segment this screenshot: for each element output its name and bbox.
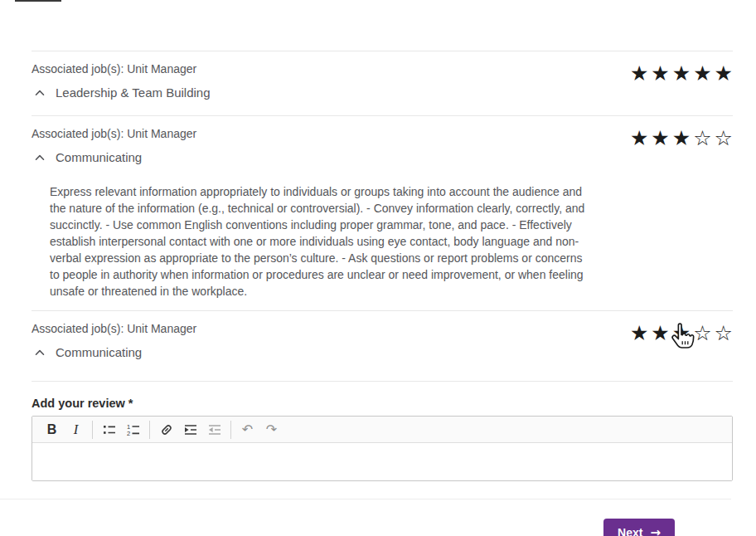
review-text-input[interactable] xyxy=(32,443,732,480)
increase-indent-button[interactable] xyxy=(178,419,202,441)
associated-jobs-line: Associated job(s): Unit Manager xyxy=(32,127,630,141)
associated-jobs-value: Unit Manager xyxy=(127,62,196,76)
toolbar-separator xyxy=(149,421,150,439)
toolbar-separator xyxy=(92,421,93,439)
competency-toggle-communicating[interactable]: Communicating xyxy=(32,343,630,367)
top-edge-marker xyxy=(15,0,61,2)
decrease-indent-button[interactable] xyxy=(202,419,226,441)
chevron-up-icon xyxy=(35,349,45,356)
rich-text-editor: B I 12 ↶ xyxy=(32,416,733,481)
star-empty-icon[interactable]: ☆ xyxy=(715,321,735,345)
arrow-right-icon: → xyxy=(650,525,661,536)
competency-section: Associated job(s): Unit Manager Leadersh… xyxy=(32,51,733,115)
editor-toolbar: B I 12 ↶ xyxy=(32,417,732,443)
associated-jobs-label: Associated job(s): xyxy=(32,127,124,140)
next-button-label: Next xyxy=(618,526,642,536)
competency-description: Express relevant information appropriate… xyxy=(50,183,585,300)
competency-title: Communicating xyxy=(56,345,142,360)
bulleted-list-button[interactable] xyxy=(97,419,121,441)
star-filled-icon[interactable]: ★ xyxy=(630,321,651,345)
star-rating: ★★★★★ xyxy=(630,62,735,85)
section-divider xyxy=(32,381,733,382)
numbered-list-button[interactable]: 12 xyxy=(121,419,145,441)
competency-section: Associated job(s): Unit Manager Communic… xyxy=(32,311,733,381)
star-filled-icon[interactable]: ★ xyxy=(693,61,714,85)
star-filled-icon[interactable]: ★ xyxy=(630,61,651,85)
footer-actions: Next → xyxy=(32,519,733,536)
star-filled-icon[interactable]: ★ xyxy=(651,126,671,150)
star-rating: ★★★☆☆ xyxy=(630,127,735,149)
svg-text:2: 2 xyxy=(127,430,130,437)
star-rating: ★★★☆☆ xyxy=(630,322,735,344)
chevron-up-icon xyxy=(35,90,45,96)
required-marker: * xyxy=(128,397,133,410)
star-empty-icon[interactable]: ☆ xyxy=(693,321,714,345)
star-filled-icon[interactable]: ★ xyxy=(672,61,693,85)
associated-jobs-value: Unit Manager xyxy=(127,322,196,335)
review-label-text: Add your review xyxy=(32,397,125,410)
star-filled-icon[interactable]: ★ xyxy=(672,321,693,345)
star-filled-icon[interactable]: ★ xyxy=(630,126,651,150)
review-block: Add your review * B I 12 xyxy=(32,397,733,481)
competency-toggle-communicating[interactable]: Communicating xyxy=(32,148,630,172)
star-filled-icon[interactable]: ★ xyxy=(651,61,671,85)
associated-jobs-line: Associated job(s): Unit Manager xyxy=(32,322,630,336)
chevron-up-icon xyxy=(35,154,45,161)
bold-button[interactable]: B xyxy=(40,419,64,441)
review-label: Add your review * xyxy=(32,397,733,410)
italic-button[interactable]: I xyxy=(64,419,88,441)
star-filled-icon[interactable]: ★ xyxy=(651,321,671,345)
bottom-divider xyxy=(0,499,731,499)
associated-jobs-label: Associated job(s): xyxy=(32,62,124,76)
competency-title: Leadership & Team Building xyxy=(56,85,211,100)
main-content: Associated job(s): Unit Manager Leadersh… xyxy=(32,0,733,536)
competency-toggle-leadership[interactable]: Leadership & Team Building xyxy=(32,83,630,107)
redo-button[interactable]: ↷ xyxy=(259,419,284,441)
star-filled-icon[interactable]: ★ xyxy=(715,61,735,85)
star-empty-icon[interactable]: ☆ xyxy=(693,126,714,150)
next-button[interactable]: Next → xyxy=(603,519,675,536)
associated-jobs-line: Associated job(s): Unit Manager xyxy=(32,62,630,76)
associated-jobs-label: Associated job(s): xyxy=(32,322,124,335)
competency-title: Communicating xyxy=(56,150,142,165)
undo-button[interactable]: ↶ xyxy=(235,419,259,441)
star-empty-icon[interactable]: ☆ xyxy=(715,126,735,150)
competency-section: Associated job(s): Unit Manager Communic… xyxy=(32,116,733,310)
associated-jobs-value: Unit Manager xyxy=(127,127,196,140)
link-button[interactable] xyxy=(154,419,178,441)
star-filled-icon[interactable]: ★ xyxy=(672,126,693,150)
toolbar-separator xyxy=(230,421,231,439)
